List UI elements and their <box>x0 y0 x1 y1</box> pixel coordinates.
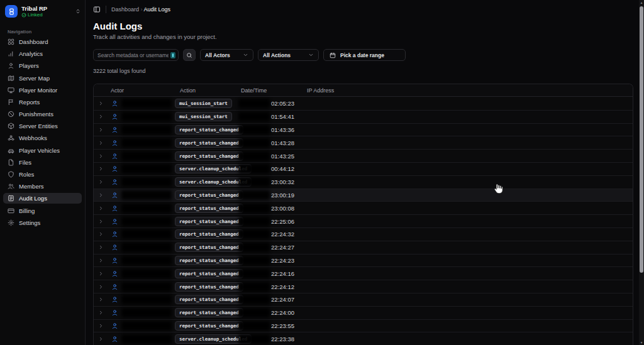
row-expander[interactable] <box>94 284 110 290</box>
row-expander[interactable] <box>94 244 110 250</box>
table-row[interactable]: report_status_changed 22:24:07 <box>94 293 633 306</box>
sidebar-item-reports[interactable]: Reports <box>3 97 82 107</box>
table-row[interactable]: report_status_changed 22:24:16 <box>94 266 633 280</box>
row-expander[interactable] <box>94 336 110 342</box>
sidebar-item-player-vehicles[interactable]: Player Vehicles <box>3 145 82 156</box>
search-input[interactable] <box>97 52 169 58</box>
analytics-icon <box>8 50 14 57</box>
row-expander[interactable] <box>94 153 110 159</box>
row-expander[interactable] <box>94 310 110 315</box>
sidebar-item-player-monitor[interactable]: Player Monitor <box>3 85 82 96</box>
table-row[interactable]: report_status_changed 22:24:32 <box>94 227 633 241</box>
row-expander[interactable] <box>94 140 110 146</box>
redacted-actor-name <box>121 229 172 239</box>
actor-user-icon <box>111 309 118 316</box>
actor-cell <box>110 99 175 108</box>
sidebar-item-files[interactable]: Files <box>3 157 82 168</box>
table-row[interactable]: server.cleanup_scheduled 00:44:12 <box>94 162 633 175</box>
scrollbar-thumb[interactable] <box>640 6 643 273</box>
sidebar-item-audit-logs[interactable]: Audit Logs <box>3 193 82 204</box>
row-expander[interactable] <box>94 323 110 329</box>
sidebar-item-server-entities[interactable]: Server Entities <box>3 121 82 131</box>
sidebar-item-punishments[interactable]: Punishments <box>3 109 82 119</box>
actor-cell <box>110 321 175 331</box>
row-expander[interactable] <box>94 297 110 302</box>
table-row[interactable]: report_status_changed 22:25:06 <box>94 214 633 227</box>
table-row[interactable]: report_status_changed 22:24:12 <box>94 280 633 293</box>
sidebar-item-members[interactable]: Members <box>3 181 82 192</box>
search-button[interactable] <box>183 49 196 61</box>
punishments-icon <box>8 111 14 118</box>
row-expander[interactable] <box>94 101 110 106</box>
row-expander[interactable] <box>94 179 110 185</box>
column-header-ip: IP Address <box>307 87 633 94</box>
calendar-icon <box>330 52 336 58</box>
row-expander[interactable] <box>94 271 110 277</box>
row-expander[interactable] <box>94 192 110 198</box>
row-expander[interactable] <box>94 166 110 172</box>
sidebar-item-label: Members <box>19 183 44 190</box>
actors-filter-select[interactable]: All Actors <box>200 49 253 61</box>
datetime-cell: 01:43:25 <box>238 151 307 161</box>
sidebar-item-roles[interactable]: Roles <box>3 169 82 180</box>
table-row[interactable]: mui_session_start 01:54:41 <box>94 110 633 123</box>
sidebar-item-webhooks[interactable]: Webhooks <box>3 133 82 143</box>
actions-filter-select[interactable]: All Actions <box>258 49 319 61</box>
sidebar-item-billing[interactable]: Billing <box>3 205 82 216</box>
table-row[interactable]: report_status_changed 22:24:00 <box>94 306 633 319</box>
sidebar-item-dashboard[interactable]: Dashboard <box>3 36 82 47</box>
ip-cell <box>307 296 633 303</box>
chevrons-up-down-icon[interactable] <box>75 8 81 14</box>
redacted-date <box>238 256 270 265</box>
actor-cell <box>110 164 175 173</box>
table-row[interactable]: report_status_changed 23:00:19 <box>94 189 633 202</box>
breadcrumb: Dashboard › Audit Logs <box>111 6 170 13</box>
table-row[interactable]: server.cleanup_scheduled 22:23:38 <box>94 332 633 345</box>
log-time: 00:44:12 <box>271 165 294 172</box>
billing-icon <box>8 207 14 214</box>
sidebar-item-server-map[interactable]: Server Map <box>3 73 82 84</box>
redacted-actor-name <box>121 321 172 331</box>
sidebar-item-settings[interactable]: Settings <box>3 217 82 228</box>
action-badge: report_status_changed <box>175 308 243 317</box>
row-expander[interactable] <box>94 127 110 133</box>
table-row[interactable]: mui_session_start 02:05:23 <box>94 97 633 110</box>
row-expander[interactable] <box>94 231 110 237</box>
search-field[interactable] <box>93 49 179 61</box>
ip-cell <box>307 178 633 185</box>
ip-cell <box>307 336 633 342</box>
breadcrumb-parent[interactable]: Dashboard <box>111 6 139 13</box>
actor-user-icon <box>111 296 118 303</box>
row-expander[interactable] <box>94 114 110 119</box>
scroll-down-icon[interactable]: ▼ <box>639 341 644 344</box>
topbar-divider <box>106 6 106 13</box>
table-row[interactable]: report_status_changed 23:00:08 <box>94 201 633 214</box>
date-range-button[interactable]: Pick a date range <box>323 49 406 61</box>
sidebar-item-players[interactable]: Players <box>3 60 82 71</box>
actor-cell <box>110 177 175 187</box>
actor-cell <box>110 217 175 226</box>
chevron-right-icon <box>98 153 104 159</box>
sidebar-item-label: Billing <box>19 207 35 214</box>
table-row[interactable]: report_status_changed 22:24:27 <box>94 241 633 254</box>
sidebar-item-label: Punishments <box>19 111 53 118</box>
table-row[interactable]: report_status_changed 01:43:36 <box>94 123 633 136</box>
sidebar-toggle-button[interactable] <box>93 6 101 13</box>
chevron-down-icon <box>243 52 248 58</box>
page-scrollbar[interactable]: ▲ ▼ <box>639 0 644 345</box>
table-row[interactable]: report_status_changed 01:43:28 <box>94 136 633 149</box>
table-row[interactable]: report_status_changed 22:23:55 <box>94 319 633 332</box>
row-expander[interactable] <box>94 205 110 211</box>
table-row[interactable]: report_status_changed 22:24:23 <box>94 254 633 267</box>
row-expander[interactable] <box>94 258 110 263</box>
action-badge: report_status_changed <box>175 269 243 278</box>
scroll-up-icon[interactable]: ▲ <box>639 1 644 4</box>
sidebar-item-analytics[interactable]: Analytics <box>3 48 82 59</box>
action-cell: report_status_changed <box>175 282 238 292</box>
table-row[interactable]: server.cleanup_scheduled 23:00:32 <box>94 175 633 189</box>
row-expander[interactable] <box>94 219 110 224</box>
action-cell: report_status_changed <box>175 125 238 134</box>
table-row[interactable]: report_status_changed 01:43:25 <box>94 149 633 162</box>
workspace-switcher[interactable]: Tribal RP Linked <box>0 0 85 23</box>
redacted-date <box>238 229 270 239</box>
